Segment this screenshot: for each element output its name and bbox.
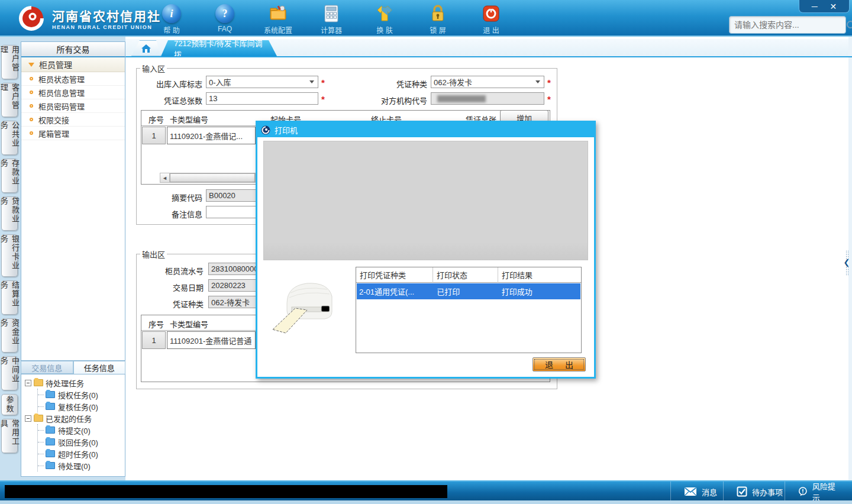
dialog-title: 打印机	[275, 124, 298, 135]
collapse-icon[interactable]	[25, 415, 31, 422]
tree-node-initiated-tasks[interactable]: 已发起的任务	[25, 412, 125, 424]
calculator-button[interactable]: 计算器	[315, 4, 348, 35]
todo-check-icon	[737, 486, 747, 497]
tree-node-label: 驳回任务(0)	[58, 437, 98, 448]
tree-node-label: 授权任务(0)	[58, 389, 98, 400]
out-vtype-label: 凭证种类	[142, 298, 204, 309]
help-button[interactable]: i 帮 助	[155, 4, 188, 35]
top-toolbar: i 帮 助 ? FAQ 系统配置	[155, 4, 508, 35]
bullet-icon	[30, 131, 33, 135]
system-config-label: 系统配置	[264, 25, 292, 35]
dialog-logo-icon	[261, 125, 270, 135]
sidebar-bottom-tabs: 交易信息 任务信息	[21, 361, 125, 374]
system-config-button[interactable]: 系统配置	[262, 4, 295, 35]
trade-date-label: 交易日期	[142, 282, 204, 293]
tree-node-timeout[interactable]: 超时任务(0)	[38, 448, 125, 460]
scrollbar-thumb[interactable]	[170, 173, 255, 182]
module-tab-customer[interactable]: 客户管理	[1, 83, 18, 117]
row-number-cell[interactable]: 1	[142, 331, 166, 349]
sidebar-group-teller-mgmt[interactable]: 柜员管理	[21, 57, 125, 72]
summary-code-value: B00020	[209, 191, 235, 200]
out-vtype-value: 062-待发卡	[211, 296, 250, 308]
module-tab-intermediate[interactable]: 中间业务	[1, 356, 18, 390]
logo-title: 河南省农村信用社	[52, 7, 161, 24]
card-type-cell[interactable]: 11109201-金燕借记...	[167, 127, 256, 144]
count-input[interactable]: 13	[206, 92, 318, 105]
print-result-row[interactable]: 2-01通用凭证(... 已打印 打印成功	[357, 283, 580, 299]
close-button[interactable]: ✕	[830, 2, 837, 11]
table-hscrollbar[interactable]: ◄	[160, 173, 256, 183]
bullet-icon	[30, 118, 33, 121]
calculator-icon	[321, 4, 341, 24]
module-tab-settlement[interactable]: 结算业务	[1, 280, 18, 315]
tab-active-7212[interactable]: 7212预制卡/待发卡库间调拨 ×	[161, 40, 277, 56]
tree-children: 授权任务(0) 复核任务(0)	[37, 389, 125, 412]
redacted-value	[437, 95, 486, 102]
module-tab-tools[interactable]: 常用工具	[1, 419, 18, 453]
required-mark: *	[321, 94, 325, 104]
row-number: 1	[151, 131, 156, 140]
col-print-voucher-type: 打印凭证种类	[356, 267, 433, 283]
tree-node-label: 待处理(0)	[58, 460, 91, 471]
tree-children: 待提交(0) 驳回任务(0) 超时任务(0) 待处理(0)	[37, 424, 125, 471]
status-bar: 消息 待办事项 风险提示	[0, 480, 852, 500]
module-tab-user-mgmt[interactable]: 用户管理	[1, 45, 18, 79]
search-input[interactable]	[730, 20, 846, 30]
module-tab-params[interactable]: 参数	[1, 394, 18, 415]
messages-button[interactable]: 消息	[670, 482, 730, 502]
vtype-select[interactable]: 062-待发卡	[431, 76, 544, 88]
tree-node-to-submit[interactable]: 待提交(0)	[38, 424, 125, 436]
tree-node-label: 已发起的任务	[46, 413, 92, 424]
panel-splitter[interactable]: ❮	[843, 246, 850, 279]
faq-label: FAQ	[218, 25, 232, 33]
module-tab-public[interactable]: 公共业务	[1, 121, 18, 155]
flag-select[interactable]: 0-入库	[206, 76, 318, 88]
count-value: 13	[209, 94, 217, 103]
collapse-icon[interactable]	[25, 380, 31, 386]
sidebar-item-teller-status[interactable]: 柜员状态管理	[21, 72, 125, 86]
scroll-left-arrow-icon[interactable]: ◄	[160, 173, 170, 182]
faq-button[interactable]: ? FAQ	[208, 4, 241, 35]
sidebar-item-teller-password[interactable]: 柜员密码管理	[21, 99, 125, 113]
tree-node-auth-tasks[interactable]: 授权任务(0)	[38, 389, 125, 400]
module-tab-loan[interactable]: 贷款业务	[1, 196, 18, 231]
tree-node-rejected[interactable]: 驳回任务(0)	[38, 436, 125, 448]
module-tab-funds[interactable]: 资金业务	[1, 318, 18, 353]
splitter-grip-icon	[845, 250, 848, 259]
module-tab-deposit[interactable]: 存款业务	[1, 159, 18, 193]
lock-icon	[428, 4, 448, 24]
module-tab-bankcard[interactable]: 银行卡业务	[1, 234, 18, 277]
tree-node-to-handle[interactable]: 待处理(0)	[38, 460, 125, 471]
tab-transaction-info[interactable]: 交易信息	[21, 361, 73, 374]
tab-task-info[interactable]: 任务信息	[73, 361, 126, 374]
sidebar-item-label: 权限交接	[38, 114, 69, 125]
tree-node-review-tasks[interactable]: 复核任务(0)	[38, 400, 125, 412]
sidebar-item-authority-handover[interactable]: 权限交接	[21, 113, 125, 127]
tree-node-label: 待提交(0)	[58, 425, 91, 436]
minimize-button[interactable]: ─	[812, 2, 818, 11]
change-skin-button[interactable]: 换 肤	[368, 4, 401, 35]
exit-button[interactable]: 退 出	[475, 4, 508, 35]
sidebar-item-teller-info[interactable]: 柜员信息管理	[21, 86, 125, 99]
tree-node-pending-tasks[interactable]: 待处理任务	[25, 377, 125, 389]
alert-bubble-icon	[798, 486, 808, 497]
tree-node-label: 待处理任务	[46, 377, 84, 389]
counterpart-input[interactable]	[431, 92, 544, 105]
sidebar-item-label: 柜员密码管理	[38, 101, 85, 112]
folder-icon	[46, 403, 55, 410]
card-type-value: 11109201-金燕借记普通	[170, 335, 251, 346]
sidebar-header: 所有交易	[21, 42, 125, 57]
lock-screen-button[interactable]: 锁 屏	[421, 4, 454, 35]
card-type-cell[interactable]: 11109201-金燕借记普通	[167, 331, 256, 349]
dialog-exit-button[interactable]: 退 出	[532, 357, 586, 371]
row-number-cell[interactable]: 1	[142, 127, 166, 144]
col-seq: 序号	[149, 114, 164, 125]
vtype-label: 凭证种类	[356, 78, 427, 89]
global-search[interactable]	[729, 16, 846, 34]
dialog-titlebar[interactable]: 打印机	[257, 122, 594, 137]
redacted-user-info	[5, 485, 447, 498]
serial-label: 柜员流水号	[142, 265, 204, 276]
counterpart-label: 对方机构代号	[356, 95, 427, 106]
sidebar-item-cashbox-mgmt[interactable]: 尾箱管理	[21, 127, 125, 140]
risk-alert-button[interactable]: 风险提示	[785, 482, 852, 502]
